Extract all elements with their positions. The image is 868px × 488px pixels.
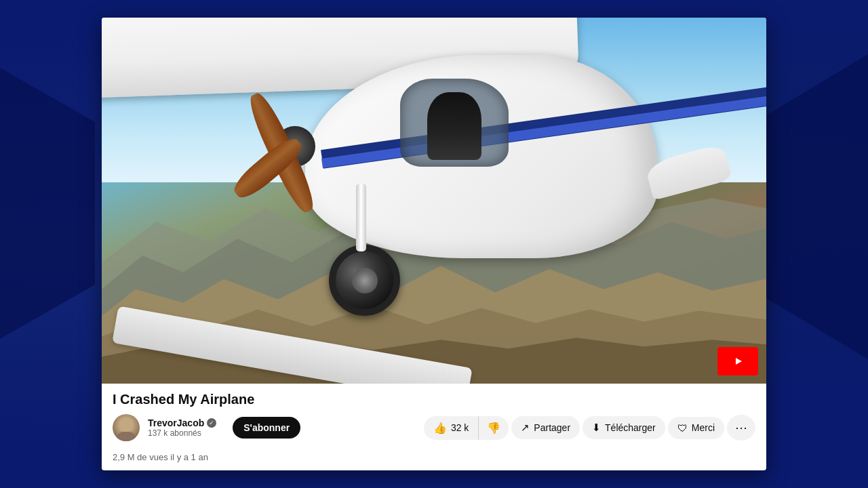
share-icon: ↗ [521,422,530,434]
stats-row: 2,9 M de vues il y a 1 an [102,447,766,470]
youtube-logo-icon [726,352,750,370]
like-count: 32 k [451,422,469,433]
channel-info: TrevorJacob ✓ 137 k abonnés [148,418,216,438]
share-label: Partager [534,422,570,433]
download-button[interactable]: ⬇ Télécharger [583,416,665,439]
avatar-body [117,432,136,441]
subscriber-count: 137 k abonnés [148,428,216,438]
yt-subscribe-overlay[interactable] [717,347,758,375]
channel-name-row: TrevorJacob ✓ [148,418,216,428]
download-icon: ⬇ [592,422,601,434]
more-icon: ⋯ [735,420,747,435]
channel-left: TrevorJacob ✓ 137 k abonnés S'abonner [113,414,300,441]
channel-name[interactable]: TrevorJacob [148,418,204,428]
wheel [329,245,400,316]
video-title: I Crashed My Airplane [113,392,755,407]
video-thumbnail[interactable] [102,18,766,384]
like-button[interactable]: 👍 32 k [424,416,479,440]
share-button[interactable]: ↗ Partager [511,416,580,439]
action-buttons: 👍 32 k 👎 ↗ Partager ⬇ Télécharger [424,415,755,441]
thanks-icon: 🛡 [677,422,688,434]
gear-strut [356,184,366,251]
like-dislike-group: 👍 32 k 👎 [424,416,509,440]
time-ago: il y a 1 an [170,452,208,462]
channel-row: TrevorJacob ✓ 137 k abonnés S'abonner 👍 … [113,414,755,441]
dislike-button[interactable]: 👎 [479,416,509,440]
dislike-icon: 👎 [487,422,500,434]
thanks-button[interactable]: 🛡 Merci [668,417,724,439]
download-label: Télécharger [605,422,656,433]
verified-badge: ✓ [207,418,216,428]
info-bar: I Crashed My Airplane TrevorJacob ✓ 1 [102,384,766,447]
like-icon: 👍 [433,422,447,434]
wheel-rim [352,268,378,293]
subscribe-button[interactable]: S'abonner [233,417,300,439]
more-options-button[interactable]: ⋯ [727,415,755,441]
thanks-label: Merci [692,422,715,433]
avatar-inner [113,414,140,441]
youtube-card: I Crashed My Airplane TrevorJacob ✓ 1 [102,18,766,470]
avatar-head [120,420,132,432]
views-count: 2,9 M de vues [113,452,168,462]
avatar[interactable] [113,414,140,441]
pilot-silhouette [427,92,481,160]
